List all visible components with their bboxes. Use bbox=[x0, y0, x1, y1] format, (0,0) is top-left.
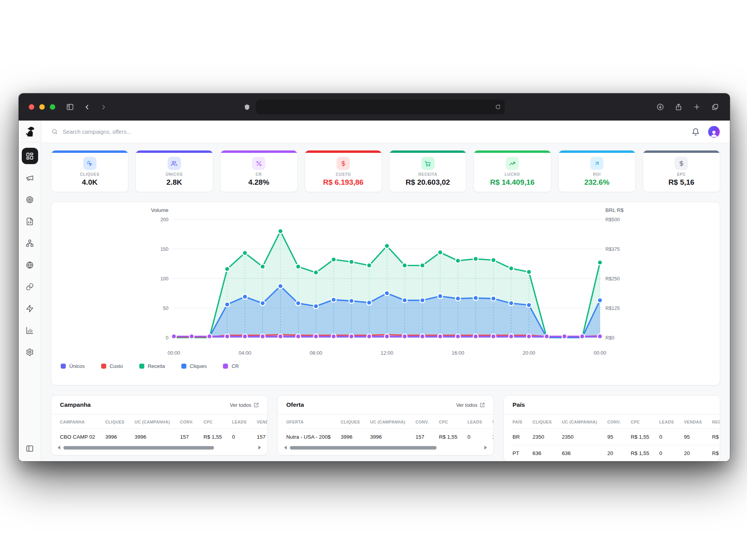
sidebar-collapse-icon[interactable] bbox=[24, 443, 36, 454]
dollar-icon bbox=[337, 157, 350, 170]
table-row[interactable]: Nutra - USA - 200$39963996157R$ 1,550157… bbox=[286, 429, 494, 445]
column-header[interactable]: CONV. bbox=[416, 415, 439, 429]
tab-overview-icon[interactable] bbox=[711, 103, 719, 111]
kpi-value: R$ 5,16 bbox=[643, 178, 720, 187]
legend-item-custo[interactable]: Custo bbox=[101, 363, 123, 369]
column-header[interactable]: VENDAS bbox=[257, 415, 267, 429]
table-cell: R$ 1,55 bbox=[203, 429, 232, 445]
scroll-right-icon[interactable] bbox=[258, 446, 261, 450]
scroll-right-icon[interactable] bbox=[484, 446, 487, 450]
kpi-row: CLIQUES4.0KÚNICOS2.8KCR4.28%CUSTOR$ 6.19… bbox=[51, 150, 720, 192]
table-cell: 636 bbox=[533, 445, 562, 462]
sidebar-item-bar-chart[interactable] bbox=[22, 322, 38, 338]
kpi-card-roi[interactable]: ROI232.6% bbox=[558, 150, 636, 192]
column-header[interactable]: LEADS bbox=[468, 415, 493, 429]
back-icon[interactable] bbox=[83, 103, 91, 111]
svg-text:100: 100 bbox=[160, 276, 168, 282]
kpi-accent-strip bbox=[305, 150, 382, 153]
kpi-card-cr[interactable]: CR4.28% bbox=[220, 150, 298, 192]
column-header[interactable]: UC (CAMPANHA) bbox=[562, 415, 607, 429]
avatar[interactable] bbox=[708, 126, 720, 138]
column-header[interactable]: RECEITA (CONVERSÃO) bbox=[712, 415, 720, 429]
kpi-label: RECEITA bbox=[389, 172, 466, 177]
horizontal-scrollbar[interactable] bbox=[278, 445, 494, 455]
downloads-icon[interactable] bbox=[656, 103, 664, 111]
column-header[interactable]: CLIQUES bbox=[341, 415, 370, 429]
zoom-window-button[interactable] bbox=[50, 104, 55, 110]
column-header[interactable]: UC (CAMPANHA) bbox=[135, 415, 180, 429]
column-header[interactable]: CPC bbox=[439, 415, 467, 429]
legend-item-cr[interactable]: CR bbox=[223, 363, 239, 369]
table-row[interactable]: CBO CAMP 0239963996157R$ 1,550157R$ 20.6… bbox=[60, 429, 267, 445]
app-logo[interactable] bbox=[19, 121, 41, 142]
legend-swatch bbox=[223, 364, 228, 369]
kpi-label: ÚNICOS bbox=[136, 172, 212, 177]
table-row[interactable]: BR2350235095R$ 1,55095R$ 9.288,09 bbox=[512, 429, 720, 445]
column-header[interactable]: CPC bbox=[203, 415, 232, 429]
scroll-left-icon[interactable] bbox=[284, 446, 287, 450]
sidebar-item-file-code[interactable] bbox=[22, 213, 38, 229]
scrollbar-thumb[interactable] bbox=[63, 446, 214, 450]
oferta-ver-todos-link[interactable]: Ver todos bbox=[456, 402, 485, 408]
legend-item-cliques[interactable]: Cliques bbox=[181, 363, 207, 369]
legend-label: Receita bbox=[148, 363, 165, 369]
column-header[interactable]: UC (CAMPANHA) bbox=[370, 415, 416, 429]
column-header[interactable]: CPC bbox=[631, 415, 659, 429]
column-header[interactable]: PAÍS bbox=[512, 415, 532, 429]
share-icon[interactable] bbox=[675, 103, 682, 111]
table-row[interactable]: PT63663620R$ 1,55020R$ 3.484,10 bbox=[512, 445, 720, 462]
sidebar-item-target[interactable] bbox=[22, 191, 38, 208]
column-header[interactable]: LEADS bbox=[232, 415, 257, 429]
sidebar-item-dashboard[interactable] bbox=[22, 148, 38, 164]
legend-item-únicos[interactable]: Únicos bbox=[61, 363, 85, 369]
kpi-card-únicos[interactable]: ÚNICOS2.8K bbox=[135, 150, 213, 192]
table-cell: R$ 1,55 bbox=[631, 429, 659, 445]
sidebar-item-settings[interactable] bbox=[22, 344, 38, 360]
chart-legend: ÚnicosCustoReceitaCliquesCR bbox=[51, 359, 720, 369]
minimize-window-button[interactable] bbox=[39, 104, 45, 110]
kpi-accent-strip bbox=[474, 150, 551, 153]
kpi-value: R$ 14.409,16 bbox=[474, 178, 551, 187]
shield-icon[interactable] bbox=[244, 104, 251, 110]
forward-icon[interactable] bbox=[100, 103, 107, 111]
column-header[interactable]: VENDAS bbox=[684, 415, 712, 429]
browser-sidebar-toggle-icon[interactable] bbox=[66, 103, 74, 111]
new-tab-icon[interactable] bbox=[693, 103, 701, 111]
column-header[interactable]: CLIQUES bbox=[533, 415, 562, 429]
scroll-left-icon[interactable] bbox=[58, 446, 60, 450]
table-cell: Nutra - USA - 200$ bbox=[286, 429, 341, 445]
svg-text:R$375: R$375 bbox=[605, 247, 620, 252]
column-header[interactable]: CONV. bbox=[607, 415, 631, 429]
reload-icon[interactable] bbox=[495, 104, 501, 110]
kpi-card-receita[interactable]: RECEITAR$ 20.603,02 bbox=[389, 150, 466, 192]
column-header[interactable]: CAMPANHA bbox=[60, 415, 105, 429]
kpi-card-cliques[interactable]: CLIQUES4.0K bbox=[51, 150, 128, 192]
legend-item-receita[interactable]: Receita bbox=[139, 363, 165, 369]
column-header[interactable]: VENDAS bbox=[492, 415, 493, 429]
horizontal-scrollbar[interactable] bbox=[51, 445, 267, 455]
kpi-card-lucro[interactable]: LUCROR$ 14.409,16 bbox=[473, 150, 551, 192]
column-header[interactable]: CONV. bbox=[180, 415, 203, 429]
sidebar-item-link[interactable] bbox=[22, 278, 38, 295]
close-window-button[interactable] bbox=[29, 104, 34, 110]
kpi-card-epc[interactable]: EPCR$ 5,16 bbox=[643, 150, 720, 192]
scrollbar-thumb[interactable] bbox=[290, 446, 437, 450]
column-header[interactable]: OFERTA bbox=[286, 415, 341, 429]
bell-icon[interactable] bbox=[692, 128, 700, 136]
sidebar-item-sitemap[interactable] bbox=[22, 235, 38, 251]
campanha-ver-todos-link[interactable]: Ver todos bbox=[230, 402, 259, 408]
kpi-card-custo[interactable]: CUSTOR$ 6.193,86 bbox=[305, 150, 382, 192]
traffic-chart: 0R$050R$125100R$250150R$375200R$500Volum… bbox=[51, 202, 720, 359]
address-bar[interactable] bbox=[256, 100, 505, 114]
svg-text:16:00: 16:00 bbox=[452, 350, 465, 356]
kpi-accent-strip bbox=[221, 150, 297, 153]
kpi-value: 4.0K bbox=[51, 178, 128, 187]
sidebar-item-zap[interactable] bbox=[22, 300, 38, 317]
column-header[interactable]: CLIQUES bbox=[105, 415, 135, 429]
legend-swatch bbox=[101, 364, 106, 369]
sidebar-item-megaphone[interactable] bbox=[22, 170, 38, 186]
column-header[interactable]: LEADS bbox=[659, 415, 684, 429]
sidebar-item-globe[interactable] bbox=[22, 257, 38, 273]
search-input[interactable] bbox=[63, 129, 226, 135]
campanha-table: CAMPANHACLIQUESUC (CAMPANHA)CONV.CPCLEAD… bbox=[60, 415, 267, 445]
